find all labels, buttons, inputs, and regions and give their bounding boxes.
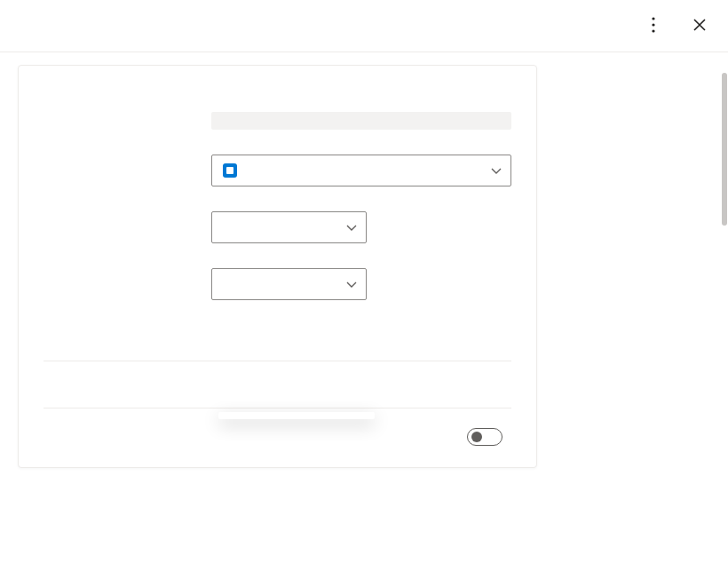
project-value (211, 112, 511, 130)
node-select[interactable] (211, 268, 367, 300)
toggle-knob (471, 432, 482, 442)
scrollbar-thumb[interactable] (722, 73, 727, 226)
svg-point-1 (652, 23, 654, 26)
close-button[interactable] (689, 14, 710, 36)
close-icon (692, 18, 707, 32)
svg-point-0 (652, 17, 654, 20)
node-dropdown (218, 412, 375, 419)
auto-increment-toggle[interactable] (467, 428, 502, 446)
vertical-dots-icon (652, 17, 655, 33)
svg-rect-3 (226, 167, 233, 174)
scheme-select[interactable] (211, 155, 511, 186)
scrollbar-track[interactable] (721, 71, 728, 579)
xcode-select[interactable] (211, 211, 367, 243)
chevron-down-icon (346, 277, 357, 291)
more-options-button[interactable] (643, 14, 664, 36)
chevron-down-icon (346, 220, 357, 234)
app-icon (223, 163, 237, 178)
chevron-down-icon (491, 163, 502, 178)
sidebar (555, 52, 728, 560)
svg-point-2 (652, 29, 654, 32)
